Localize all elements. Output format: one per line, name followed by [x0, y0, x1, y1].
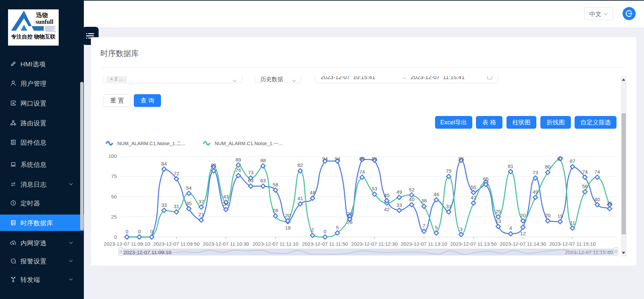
svg-text:13: 13 — [495, 218, 501, 224]
svg-text:53: 53 — [372, 186, 377, 191]
svg-text:63: 63 — [248, 178, 254, 183]
svg-text:20: 20 — [285, 213, 291, 218]
svg-text:2023-12-07 11:09:10: 2023-12-07 11:09:10 — [104, 241, 150, 247]
svg-text:25: 25 — [495, 208, 501, 214]
svg-text:35: 35 — [186, 200, 192, 206]
svg-text:49: 49 — [533, 189, 538, 195]
svg-text:37: 37 — [199, 199, 204, 204]
svg-text:54: 54 — [186, 185, 192, 191]
svg-text:81: 81 — [508, 163, 514, 169]
svg-text:31: 31 — [174, 203, 179, 209]
svg-text:49: 49 — [396, 189, 402, 195]
svg-text:42: 42 — [384, 206, 390, 212]
svg-text:34: 34 — [223, 201, 229, 207]
svg-text:2023-12-07 11:14:30: 2023-12-07 11:14:30 — [500, 241, 546, 247]
svg-text:50: 50 — [111, 194, 117, 199]
svg-text:46: 46 — [434, 191, 439, 197]
svg-text:82: 82 — [298, 162, 303, 168]
svg-text:76: 76 — [235, 167, 241, 173]
svg-text:58: 58 — [273, 182, 278, 187]
svg-text:7: 7 — [423, 223, 425, 229]
svg-text:2: 2 — [311, 227, 314, 233]
svg-text:43: 43 — [223, 194, 229, 199]
svg-text:0: 0 — [324, 229, 326, 234]
svg-text:63: 63 — [260, 178, 266, 183]
svg-text:25: 25 — [111, 214, 117, 220]
svg-text:35: 35 — [607, 200, 612, 206]
svg-text:0: 0 — [125, 229, 128, 234]
svg-text:65: 65 — [483, 176, 489, 182]
svg-text:96: 96 — [359, 156, 365, 162]
svg-text:19: 19 — [285, 225, 291, 231]
svg-text:75: 75 — [111, 173, 117, 179]
svg-text:42: 42 — [471, 195, 476, 200]
svg-text:74: 74 — [359, 169, 365, 175]
svg-text:40: 40 — [409, 196, 415, 202]
svg-text:22: 22 — [347, 211, 353, 217]
svg-text:12: 12 — [520, 231, 526, 236]
svg-text:NUM_ALARM.C1.Noise_1.二...: NUM_ALARM.C1.Noise_1.二... — [117, 141, 185, 146]
svg-text:2023-12-07 11:13:50: 2023-12-07 11:13:50 — [450, 241, 497, 247]
svg-text:0: 0 — [150, 229, 153, 234]
svg-text:11: 11 — [570, 220, 575, 226]
svg-text:20: 20 — [520, 213, 526, 218]
svg-text:31: 31 — [446, 203, 451, 209]
svg-text:74: 74 — [582, 169, 588, 175]
svg-text:26: 26 — [347, 219, 353, 225]
svg-text:3: 3 — [460, 226, 463, 232]
svg-text:33: 33 — [161, 202, 167, 208]
svg-text:2023-12-07 11:15:10: 2023-12-07 11:15:10 — [549, 241, 596, 247]
svg-text:21: 21 — [199, 212, 204, 217]
svg-text:75: 75 — [446, 168, 451, 174]
svg-text:2023-12-07 11:13:10: 2023-12-07 11:13:10 — [401, 241, 447, 247]
svg-text:2023-12-07 11:09:10: 2023-12-07 11:09:10 — [123, 249, 171, 255]
svg-text:2023-12-07 11:10:30: 2023-12-07 11:10:30 — [203, 241, 249, 247]
svg-text:97: 97 — [557, 156, 563, 162]
svg-text:sunfull: sunfull — [36, 18, 53, 25]
svg-text:0: 0 — [114, 234, 117, 240]
svg-text:48: 48 — [310, 190, 316, 195]
svg-text:2023-12-07 11:12:30: 2023-12-07 11:12:30 — [351, 241, 397, 247]
svg-text:20: 20 — [545, 213, 551, 218]
svg-text:45: 45 — [384, 192, 390, 198]
svg-text:迅饶: 迅饶 — [36, 12, 48, 18]
svg-text:80: 80 — [545, 164, 551, 170]
svg-text:26: 26 — [273, 207, 278, 213]
svg-text:82: 82 — [211, 162, 216, 168]
svg-text:2023-12-07 11:09:50: 2023-12-07 11:09:50 — [153, 241, 200, 247]
svg-text:95: 95 — [372, 156, 377, 162]
svg-text:40: 40 — [594, 196, 600, 202]
svg-text:33: 33 — [396, 202, 402, 208]
svg-text:52: 52 — [409, 187, 415, 192]
svg-text:2023-12-07 11:11:10: 2023-12-07 11:11:10 — [253, 241, 299, 247]
svg-text:19: 19 — [557, 213, 563, 219]
svg-text:55: 55 — [471, 184, 476, 190]
svg-text:专注自控 物物互联: 专注自控 物物互联 — [11, 34, 56, 40]
svg-text:NUM_ALARM.C1.Noise_1.一...: NUM_ALARM.C1.Noise_1.一... — [215, 141, 283, 146]
svg-text:73: 73 — [248, 170, 254, 175]
svg-text:95: 95 — [458, 156, 464, 162]
svg-text:72: 72 — [174, 171, 179, 176]
svg-text:84: 84 — [161, 161, 167, 167]
svg-text:5: 5 — [336, 225, 339, 230]
svg-text:100: 100 — [108, 153, 117, 159]
svg-text:87: 87 — [570, 158, 575, 164]
svg-text:0: 0 — [138, 229, 141, 234]
svg-text:73: 73 — [533, 170, 538, 175]
svg-text:41: 41 — [298, 195, 303, 201]
svg-text:56: 56 — [582, 183, 588, 189]
svg-text:2023-12-07 11:15:40: 2023-12-07 11:15:40 — [565, 249, 613, 255]
svg-text:2023-12-07 11:11:50: 2023-12-07 11:11:50 — [302, 241, 348, 247]
svg-text:4: 4 — [509, 225, 512, 231]
svg-text:74: 74 — [594, 169, 600, 175]
svg-text:5: 5 — [435, 225, 438, 230]
svg-text:94: 94 — [322, 156, 328, 162]
svg-text:88: 88 — [260, 158, 266, 163]
svg-text:94: 94 — [334, 156, 340, 162]
svg-text:89: 89 — [235, 157, 241, 163]
svg-text:38: 38 — [421, 198, 427, 203]
